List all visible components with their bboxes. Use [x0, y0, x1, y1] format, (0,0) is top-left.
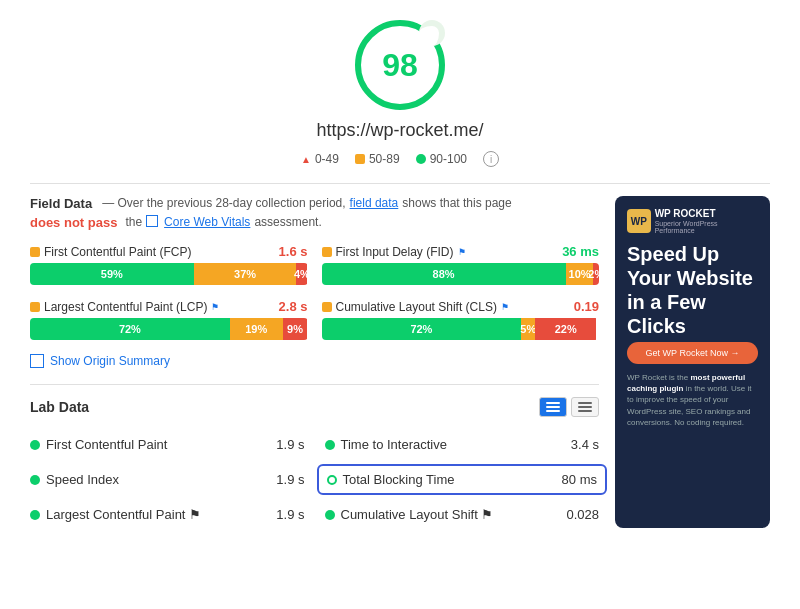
metric-header: Largest Contentful Paint (LCP)⚑2.8 s [30, 299, 308, 314]
field-data-header: Field Data — Over the previous 28-day co… [30, 196, 599, 230]
metric-orange-icon [322, 302, 332, 312]
metric-orange-icon [30, 247, 40, 257]
triangle-icon: ▲ [301, 154, 311, 165]
metric-name: Largest Contentful Paint (LCP)⚑ [30, 300, 219, 314]
lab-item-name: Speed Index [46, 472, 119, 487]
lab-item-left: Speed Index [30, 472, 119, 487]
legend-red: ▲ 0-49 [301, 152, 339, 166]
lab-item-value: 1.9 s [276, 437, 304, 452]
lab-items-grid: First Contentful Paint1.9 sTime to Inter… [30, 431, 599, 528]
status-dot [325, 440, 335, 450]
ad-heading-line2: Your Website in a Few [627, 267, 753, 313]
info-icon[interactable]: i [483, 151, 499, 167]
status-dot [327, 475, 337, 485]
core-web-link[interactable]: Core Web Vitals [164, 215, 250, 229]
lab-item: Cumulative Layout Shift ⚑0.028 [325, 501, 600, 528]
ad-logo-abbr: WP [631, 216, 647, 227]
field-data-link[interactable]: field data [350, 196, 399, 210]
metric-item: First Input Delay (FID)⚑36 ms88%10%2% [322, 244, 600, 285]
metric-header: First Input Delay (FID)⚑36 ms [322, 244, 600, 259]
bar-segment: 88% [322, 263, 566, 285]
metric-value: 0.19 [574, 299, 599, 314]
ad-panel: WP WP ROCKET Superior WordPress Performa… [615, 196, 770, 528]
grid-view-button[interactable] [571, 397, 599, 417]
metric-value: 36 ms [562, 244, 599, 259]
bar-segment: 72% [322, 318, 522, 340]
top-divider [30, 183, 770, 184]
ad-heading-line1: Speed Up [627, 243, 719, 265]
metric-item: Largest Contentful Paint (LCP)⚑2.8 s72%1… [30, 299, 308, 340]
bar-segment: 5% [521, 318, 535, 340]
legend-green: 90-100 [416, 152, 467, 166]
lab-item-highlighted: Total Blocking Time80 ms [317, 464, 608, 495]
score-value: 98 [382, 47, 418, 84]
lab-item-name: First Contentful Paint [46, 437, 167, 452]
square-icon [355, 154, 365, 164]
flag-icon: ⚑ [458, 247, 466, 257]
metric-bar: 88%10%2% [322, 263, 600, 285]
field-data-fail: does not pass [30, 215, 117, 230]
lab-item-name: Largest Contentful Paint ⚑ [46, 507, 201, 522]
lab-item-name: Total Blocking Time [343, 472, 455, 487]
checkbox-icon [146, 215, 158, 227]
lab-item: Time to Interactive3.4 s [325, 431, 600, 458]
grid-icon [578, 402, 592, 412]
ad-description: WP Rocket is the most powerful caching p… [627, 372, 758, 428]
lab-item-left: First Contentful Paint [30, 437, 167, 452]
lab-item-value: 3.4 s [571, 437, 599, 452]
score-url: https://wp-rocket.me/ [316, 120, 483, 141]
status-dot [30, 510, 40, 520]
metrics-grid: First Contentful Paint (FCP)1.6 s59%37%4… [30, 244, 599, 340]
score-circle: 98 [355, 20, 445, 110]
metric-bar: 59%37%4% [30, 263, 308, 285]
field-data-end: the [125, 215, 142, 229]
bar-segment: 9% [283, 318, 308, 340]
ad-cta-button[interactable]: Get WP Rocket Now → [627, 342, 758, 364]
bar-segment: 22% [535, 318, 596, 340]
metric-bar: 72%5%22% [322, 318, 600, 340]
metric-item: Cumulative Layout Shift (CLS)⚑0.1972%5%2… [322, 299, 600, 340]
bar-segment: 19% [230, 318, 283, 340]
metric-name: First Contentful Paint (FCP) [30, 245, 191, 259]
lab-item: Speed Index1.9 s [30, 466, 305, 493]
metric-name: First Input Delay (FID)⚑ [322, 245, 466, 259]
legend-orange: 50-89 [355, 152, 400, 166]
lab-data-title: Lab Data [30, 399, 89, 415]
metric-bar: 72%19%9% [30, 318, 308, 340]
field-data-title: Field Data [30, 196, 92, 211]
metric-orange-icon [30, 302, 40, 312]
circle-icon [416, 154, 426, 164]
legend-green-label: 90-100 [430, 152, 467, 166]
list-view-button[interactable] [539, 397, 567, 417]
score-legend: ▲ 0-49 50-89 90-100 i [301, 151, 499, 167]
main-container: 98 https://wp-rocket.me/ ▲ 0-49 50-89 90… [0, 0, 800, 548]
origin-checkbox-icon [30, 354, 44, 368]
bar-segment: 4% [296, 263, 307, 285]
ad-logo-icon: WP [627, 209, 651, 233]
metric-header: First Contentful Paint (FCP)1.6 s [30, 244, 308, 259]
ad-logo-subtitle: Superior WordPress Performance [655, 220, 758, 234]
legend-orange-label: 50-89 [369, 152, 400, 166]
metric-value: 2.8 s [279, 299, 308, 314]
score-section: 98 https://wp-rocket.me/ ▲ 0-49 50-89 90… [30, 20, 770, 167]
lab-data-header: Lab Data [30, 397, 599, 417]
content-left: Field Data — Over the previous 28-day co… [30, 196, 599, 528]
assessment-text: assessment. [254, 215, 321, 229]
metric-header: Cumulative Layout Shift (CLS)⚑0.19 [322, 299, 600, 314]
lab-item-value: 1.9 s [276, 507, 304, 522]
ad-logo: WP WP ROCKET Superior WordPress Performa… [627, 208, 758, 234]
mid-divider [30, 384, 599, 385]
bar-segment: 37% [194, 263, 297, 285]
lab-item-name: Time to Interactive [341, 437, 447, 452]
ad-heading: Speed Up Your Website in a Few Clicks [627, 242, 758, 338]
lab-item-left: Largest Contentful Paint ⚑ [30, 507, 201, 522]
bar-segment: 59% [30, 263, 194, 285]
lab-item-value: 1.9 s [276, 472, 304, 487]
lab-item-left: Cumulative Layout Shift ⚑ [325, 507, 494, 522]
origin-summary[interactable]: Show Origin Summary [30, 354, 599, 368]
list-icon [546, 402, 560, 412]
status-dot [30, 440, 40, 450]
view-toggle [539, 397, 599, 417]
bar-segment: 72% [30, 318, 230, 340]
status-dot [325, 510, 335, 520]
